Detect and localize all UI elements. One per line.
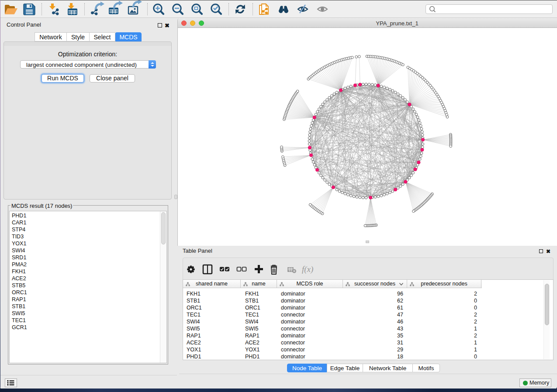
svg-text:f(x): f(x) — [302, 265, 313, 274]
